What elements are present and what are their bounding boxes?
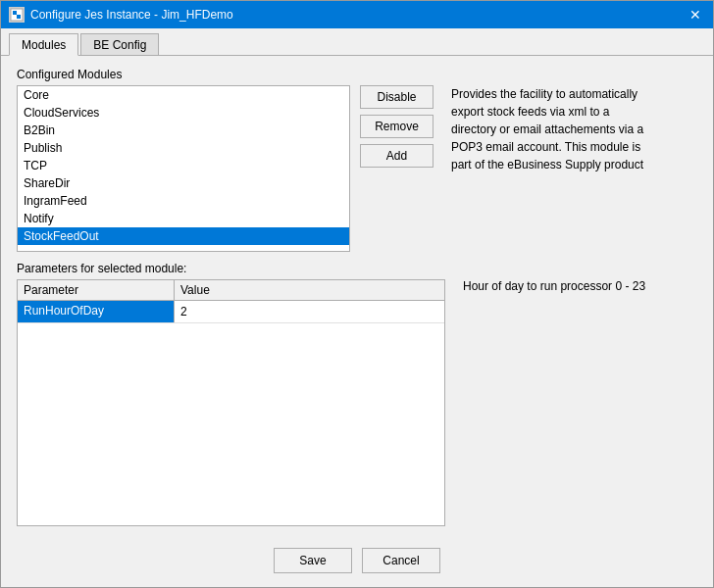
params-table-body: RunHourOfDay <box>18 301 444 525</box>
param-value-input[interactable] <box>175 301 444 322</box>
title-bar-left: Configure Jes Instance - Jim_HFDemo <box>9 7 233 23</box>
params-area: Parameter Value RunHourOfDay Hour of day… <box>17 279 697 526</box>
configured-modules-section: Configured Modules Core CloudServices B2… <box>17 68 697 252</box>
params-table: Parameter Value RunHourOfDay <box>17 279 445 526</box>
cancel-button[interactable]: Cancel <box>362 548 440 573</box>
list-item[interactable]: CloudServices <box>18 104 349 122</box>
window-title: Configure Jes Instance - Jim_HFDemo <box>30 8 233 22</box>
tab-modules[interactable]: Modules <box>9 33 78 56</box>
table-row: RunHourOfDay <box>18 301 444 323</box>
title-bar: Configure Jes Instance - Jim_HFDemo ✕ <box>1 1 713 28</box>
col-value: Value <box>175 280 444 300</box>
remove-button[interactable]: Remove <box>360 115 434 138</box>
modules-area: Core CloudServices B2Bin Publish TCP Sha… <box>17 85 697 252</box>
params-hint: Hour of day to run processor 0 - 23 <box>455 279 653 526</box>
list-item[interactable]: ShareDir <box>18 174 349 192</box>
list-item[interactable]: Notify <box>18 210 349 227</box>
main-window: Configure Jes Instance - Jim_HFDemo ✕ Mo… <box>0 0 714 588</box>
module-description: Provides the facility to automatically e… <box>443 85 659 252</box>
parameters-label: Parameters for selected module: <box>17 262 697 275</box>
list-item-selected[interactable]: StockFeedOut <box>18 227 349 245</box>
main-content: Configured Modules Core CloudServices B2… <box>1 56 713 538</box>
param-name: RunHourOfDay <box>18 301 175 322</box>
modules-list[interactable]: Core CloudServices B2Bin Publish TCP Sha… <box>17 85 350 252</box>
save-button[interactable]: Save <box>274 548 352 573</box>
footer: Save Cancel <box>1 538 713 587</box>
svg-rect-2 <box>17 15 21 19</box>
parameters-section: Parameters for selected module: Paramete… <box>17 262 697 526</box>
close-button[interactable]: ✕ <box>686 7 705 23</box>
app-icon <box>9 7 25 23</box>
col-parameter: Parameter <box>18 280 175 300</box>
tab-be-config[interactable]: BE Config <box>80 33 159 55</box>
configured-modules-label: Configured Modules <box>17 68 697 81</box>
list-item[interactable]: IngramFeed <box>18 192 349 210</box>
list-item[interactable]: Core <box>18 86 349 104</box>
module-buttons: Disable Remove Add <box>360 85 434 252</box>
tab-bar: Modules BE Config <box>1 28 713 56</box>
list-item[interactable]: TCP <box>18 157 349 174</box>
disable-button[interactable]: Disable <box>360 85 434 109</box>
param-value-cell <box>175 301 444 322</box>
list-item[interactable]: Publish <box>18 139 349 157</box>
list-item[interactable]: B2Bin <box>18 122 349 139</box>
svg-rect-1 <box>13 11 17 15</box>
modules-list-container: Core CloudServices B2Bin Publish TCP Sha… <box>17 85 350 252</box>
params-table-header: Parameter Value <box>18 280 444 301</box>
add-button[interactable]: Add <box>360 144 434 168</box>
